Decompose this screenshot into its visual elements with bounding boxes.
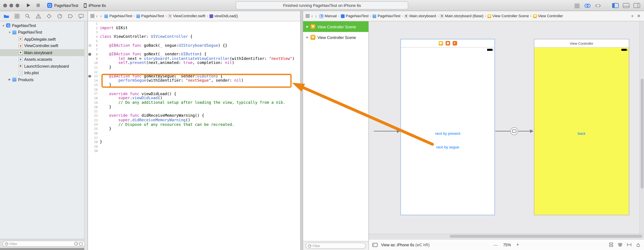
- code-text[interactable]: import UIKit: [98, 26, 128, 30]
- go-forward-button[interactable]: ›: [99, 14, 103, 18]
- line-number[interactable]: 21: [92, 110, 98, 113]
- scene-header[interactable]: View Controller: [534, 39, 629, 48]
- line-number[interactable]: 28: [92, 140, 98, 144]
- inspector-panel-toggle[interactable]: [633, 3, 640, 8]
- first-responder-icon[interactable]: [446, 41, 450, 46]
- disclosure-triangle-icon[interactable]: ▼: [2, 24, 6, 27]
- sidebar-item-pagenavitest[interactable]: ▼PageNaviTest: [0, 22, 88, 29]
- project-navigator-button[interactable]: [3, 13, 9, 19]
- sidebar-item-assets-xcassets[interactable]: Assets.xcassets: [0, 56, 88, 63]
- code-text[interactable]: self.present(next,animated: true, comple…: [98, 61, 234, 65]
- line-number[interactable]: 1: [92, 22, 98, 25]
- canvas-horizontal-scrollbar[interactable]: [369, 234, 644, 238]
- code-text[interactable]: class ViewController: UIViewController {: [98, 34, 192, 39]
- go-back-button[interactable]: ‹: [310, 14, 314, 18]
- code-text[interactable]: }: [98, 83, 112, 87]
- line-number[interactable]: 26: [92, 131, 98, 135]
- code-text[interactable]: super.didReceiveMemoryWarning(): [98, 118, 190, 122]
- line-number[interactable]: 12: [92, 70, 98, 74]
- exit-segue-icon[interactable]: [452, 41, 457, 46]
- sidebar-item-viewcontroller-swift[interactable]: ViewController.swift: [0, 42, 88, 49]
- storyboard-canvas[interactable]: next by presentnext by segue View Contro…: [369, 21, 644, 239]
- view-controller-scene-destination[interactable]: View Controller back: [534, 39, 629, 215]
- go-forward-button[interactable]: ›: [314, 14, 318, 18]
- breadcrumb-item-viewdidload[interactable]: viewDidLoad(): [210, 14, 238, 18]
- run-button[interactable]: [26, 3, 31, 8]
- canvas-vertical-scrollbar[interactable]: [640, 21, 644, 234]
- issue-navigator-button[interactable]: [35, 13, 42, 19]
- line-number[interactable]: 14: [92, 79, 98, 83]
- sidebar-item-main-storyboard[interactable]: Main.storyboard: [0, 49, 88, 56]
- navigator-filter-field[interactable]: [2, 241, 85, 247]
- outline-filter-input[interactable]: [312, 244, 364, 248]
- line-number[interactable]: 19: [92, 101, 98, 105]
- line-number[interactable]: 15: [92, 83, 98, 87]
- breadcrumb-item-view-controller[interactable]: View Controller: [533, 14, 563, 18]
- view-controller-scene-initial[interactable]: next by presentnext by segue: [400, 39, 495, 215]
- line-number[interactable]: 23: [92, 118, 98, 122]
- line-number[interactable]: 3: [92, 30, 98, 34]
- storyboard-button-back[interactable]: back: [534, 131, 629, 136]
- close-assistant-editor-button[interactable]: ✕: [637, 14, 640, 18]
- disclosure-triangle-icon[interactable]: ▼: [8, 31, 12, 34]
- line-number[interactable]: 22: [92, 114, 98, 118]
- scrollbar-thumb[interactable]: [450, 235, 642, 238]
- line-number[interactable]: 13: [92, 74, 98, 78]
- line-number[interactable]: 10: [92, 61, 98, 65]
- breadcrumb-item-pagenavitest[interactable]: PageNaviTest: [373, 14, 400, 18]
- connection-well-empty-icon[interactable]: [88, 44, 91, 47]
- breadcrumb-item-pagenavitest[interactable]: PageNaviTest: [341, 14, 368, 18]
- symbol-navigator-button[interactable]: [14, 13, 20, 19]
- code-text[interactable]: let next = storyboard!.instantiateViewCo…: [98, 56, 294, 61]
- code-text[interactable]: performSegue(withIdentifier: "nextSegue"…: [98, 78, 244, 83]
- line-number[interactable]: 24: [92, 123, 98, 126]
- toggle-outline-button[interactable]: [372, 242, 378, 248]
- close-window-button[interactable]: [3, 3, 7, 7]
- pane-splitter[interactable]: [300, 11, 303, 21]
- breadcrumb-item-view-controller-scene[interactable]: View Controller Scene: [488, 14, 529, 18]
- view-controller-view[interactable]: back: [534, 48, 629, 215]
- storyboard-button-next-by-present[interactable]: next by present: [401, 131, 494, 136]
- code-text[interactable]: @IBAction func goNext(_ sender:UIButton)…: [98, 52, 206, 56]
- view-controller-icon[interactable]: [438, 41, 443, 46]
- recent-files-icon[interactable]: [74, 242, 78, 246]
- code-text[interactable]: }: [98, 140, 102, 144]
- pin-constraints-button[interactable]: [627, 242, 632, 247]
- code-text[interactable]: }: [98, 127, 112, 131]
- assistant-editor-button[interactable]: [584, 3, 591, 8]
- line-number[interactable]: 17: [92, 92, 98, 96]
- sidebar-item-products[interactable]: ▶Products: [0, 76, 88, 83]
- related-items-button[interactable]: [305, 13, 310, 18]
- sidebar-item-info-plist[interactable]: Info.plist: [0, 70, 88, 76]
- line-number[interactable]: 11: [92, 66, 98, 69]
- breadcrumb-item-main-storyboard-base[interactable]: Main.storyboard (Base): [440, 14, 483, 18]
- zoom-window-button[interactable]: [16, 3, 19, 7]
- line-number[interactable]: 30: [92, 149, 98, 153]
- related-items-button[interactable]: [90, 13, 95, 18]
- navigator-filter-input[interactable]: [10, 242, 73, 246]
- source-editor[interactable]: 12import UIKit34class ViewController: UI…: [88, 21, 300, 250]
- sidebar-scrollbar[interactable]: [84, 21, 88, 250]
- zoom-in-button[interactable]: +: [516, 242, 519, 248]
- code-text[interactable]: @IBAction func goNextBySegue(_ sender:UI…: [98, 74, 222, 78]
- code-text[interactable]: override func viewDidLoad() {: [98, 92, 176, 96]
- line-number[interactable]: 20: [92, 105, 98, 109]
- add-assistant-editor-button[interactable]: +: [631, 14, 634, 18]
- breakpoint-navigator-button[interactable]: [67, 13, 73, 19]
- line-number[interactable]: 7: [92, 48, 98, 52]
- disclosure-triangle-icon[interactable]: ▶: [8, 78, 12, 81]
- breadcrumb-item-manual[interactable]: Manual: [320, 14, 337, 18]
- line-number[interactable]: 5: [92, 39, 98, 43]
- line-number[interactable]: 6: [92, 44, 98, 47]
- line-number[interactable]: 25: [92, 127, 98, 131]
- breadcrumb-item-pagenavitest[interactable]: PageNaviTest: [104, 14, 132, 18]
- line-number[interactable]: 4: [92, 35, 98, 39]
- code-text[interactable]: super.viewDidLoad(): [98, 96, 162, 100]
- code-text[interactable]: @IBAction func goBack(_ segue:UIStoryboa…: [98, 43, 227, 48]
- line-number[interactable]: 16: [92, 88, 98, 91]
- line-number[interactable]: 29: [92, 145, 98, 148]
- connection-well-filled-icon[interactable]: [88, 53, 91, 56]
- breadcrumb-item-main-storyboard[interactable]: Main.storyboard: [404, 14, 436, 18]
- line-number[interactable]: 8: [92, 52, 98, 56]
- outline-row-view-controller-scene[interactable]: ▶View Controller Scene: [303, 21, 368, 32]
